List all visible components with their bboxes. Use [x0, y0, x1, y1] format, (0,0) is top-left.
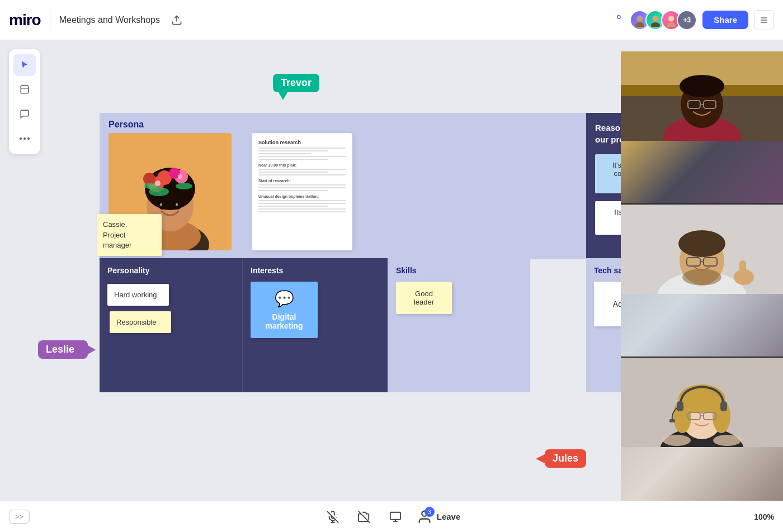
- svg-point-34: [155, 180, 161, 186]
- svg-point-46: [680, 75, 724, 97]
- svg-point-32: [176, 183, 192, 189]
- svg-point-53: [682, 269, 721, 286]
- trevor-cursor: Trevor: [273, 74, 319, 100]
- sidebar: [9, 49, 40, 154]
- doc-title: Solution research: [258, 140, 346, 145]
- trevor-arrow: [279, 92, 287, 100]
- video-cell-3: [621, 358, 783, 510]
- svg-rect-58: [739, 260, 746, 277]
- doc-line: [258, 174, 346, 175]
- svg-point-3: [635, 22, 644, 27]
- header-divider: [50, 11, 50, 29]
- svg-point-5: [651, 22, 660, 27]
- sidebar-item-sticky[interactable]: [13, 78, 36, 101]
- digital-marketing-label: Digitalmarketing: [266, 312, 303, 330]
- leslie-arrow: [88, 345, 96, 354]
- svg-point-6: [668, 16, 674, 22]
- svg-point-35: [178, 174, 182, 179]
- footer: >>: [0, 501, 783, 532]
- persona-content: Cassie,Projectmanager Solution research …: [109, 133, 577, 250]
- jules-arrow: [536, 454, 545, 463]
- skills-title: Skills: [396, 266, 522, 275]
- avatar-count: +3: [677, 10, 697, 30]
- doc-line: [258, 184, 346, 186]
- zoom-level: 100%: [754, 512, 774, 521]
- doc-section: Unusual design implementation:: [258, 194, 346, 198]
- doc-line: [258, 169, 346, 170]
- doc-line: [258, 200, 346, 201]
- doc-line: [258, 206, 328, 207]
- doc-line: [258, 148, 346, 149]
- canvas[interactable]: Trevor Leslie Persona: [0, 40, 783, 510]
- doc-line: [258, 187, 346, 188]
- chat-icon: 💬: [275, 289, 294, 308]
- svg-point-4: [653, 16, 659, 22]
- svg-point-73: [663, 435, 691, 446]
- sticky-hard-working: Hard working: [107, 284, 169, 306]
- footer-nav: >>: [9, 510, 30, 524]
- persona-top-section: Persona: [100, 113, 586, 259]
- interests-section: Interests 💬 Digitalmarketing: [242, 258, 388, 392]
- leave-button[interactable]: Leave: [437, 512, 461, 521]
- svg-rect-70: [677, 401, 683, 411]
- header: miro Meetings and Workshops: [0, 0, 783, 40]
- share-screen-button[interactable]: [385, 507, 405, 527]
- share-button[interactable]: Share: [702, 11, 748, 29]
- persona-title: Persona: [109, 120, 144, 130]
- doc-line: [258, 150, 328, 151]
- board-content: Trevor Leslie Persona: [49, 51, 783, 510]
- doc-line: [258, 190, 328, 191]
- svg-point-24: [160, 203, 162, 206]
- doc-line: [258, 172, 328, 173]
- svg-rect-11: [21, 86, 29, 93]
- svg-rect-72: [669, 419, 675, 422]
- svg-point-1: [617, 15, 621, 18]
- svg-rect-71: [720, 401, 727, 411]
- jules-label: Jules: [545, 449, 586, 468]
- jules-cursor: Jules: [536, 449, 586, 468]
- leave-label: Leave: [437, 512, 461, 521]
- logo: miro: [9, 11, 41, 29]
- trevor-label: Trevor: [273, 74, 319, 92]
- footer-tools: 3 Leave: [323, 507, 461, 527]
- svg-point-27: [143, 173, 155, 185]
- doc-line: [258, 159, 328, 160]
- nav-expand-button[interactable]: >>: [9, 510, 30, 524]
- doc-line: [258, 156, 346, 157]
- svg-point-22: [159, 202, 166, 210]
- sidebar-item-comment[interactable]: [13, 103, 36, 125]
- doc-line: [258, 208, 346, 210]
- video-cell-1: [621, 51, 783, 203]
- svg-rect-77: [390, 512, 400, 519]
- svg-point-25: [176, 203, 178, 206]
- interests-title: Interests: [251, 266, 380, 275]
- doc-line: [258, 203, 346, 204]
- doc-section: Start of research:: [258, 179, 346, 183]
- skills-section: Skills Goodleader: [388, 258, 530, 392]
- avatars: +3: [630, 10, 697, 30]
- leave-container: 3 Leave: [417, 509, 461, 525]
- svg-point-74: [713, 435, 741, 446]
- sidebar-item-cursor[interactable]: [13, 54, 36, 76]
- doc-line: [258, 211, 346, 212]
- personality-section: Personality Hard working Responsible: [100, 258, 242, 392]
- upload-icon[interactable]: [169, 12, 185, 28]
- svg-point-23: [174, 202, 181, 210]
- menu-button[interactable]: [754, 10, 774, 30]
- sticky-digital-marketing: 💬 Digitalmarketing: [251, 282, 318, 338]
- personality-title: Personality: [107, 266, 234, 275]
- video-cell-2: [621, 205, 783, 357]
- svg-point-13: [20, 137, 22, 140]
- svg-point-14: [23, 137, 26, 140]
- svg-point-52: [678, 230, 725, 257]
- camera-off-button[interactable]: [354, 507, 374, 527]
- participant-count: 3: [424, 507, 435, 517]
- participants-icon[interactable]: 3: [417, 509, 432, 525]
- cassie-sticky: Cassie,Projectmanager: [97, 214, 162, 256]
- mic-off-button[interactable]: [323, 507, 343, 527]
- sidebar-item-more[interactable]: [13, 127, 36, 150]
- leslie-cursor: Leslie: [38, 340, 96, 359]
- document-card: Solution research Near 10.00 this plan: …: [252, 133, 352, 250]
- header-right: +3 Share: [606, 10, 774, 30]
- cursor-filter-icon[interactable]: [606, 11, 624, 29]
